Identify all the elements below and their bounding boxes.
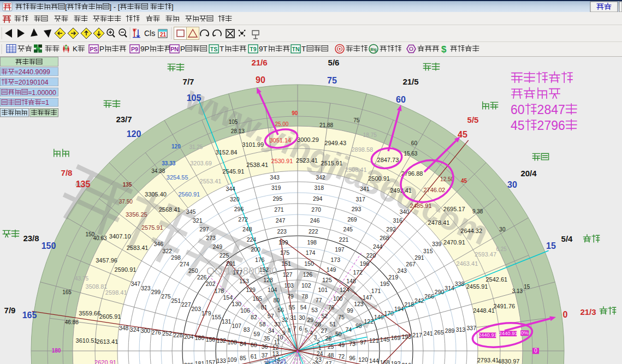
svg-text:295: 295 bbox=[273, 195, 283, 202]
svg-text:60: 60 bbox=[511, 103, 525, 117]
svg-text:3000.29: 3000.29 bbox=[297, 136, 319, 143]
svg-text:9P: 9P bbox=[140, 45, 150, 53]
svg-text:2463.41: 2463.41 bbox=[457, 260, 478, 267]
svg-text:2485.91: 2485.91 bbox=[410, 202, 432, 209]
svg-text:0%: 0% bbox=[521, 330, 529, 336]
svg-text:247: 247 bbox=[276, 217, 286, 224]
svg-text:148: 148 bbox=[346, 278, 356, 284]
svg-text:103: 103 bbox=[284, 282, 294, 289]
svg-text:102: 102 bbox=[301, 282, 311, 289]
svg-text:3203.69: 3203.69 bbox=[190, 160, 212, 166]
svg-text:348: 348 bbox=[119, 325, 129, 331]
svg-text:131: 131 bbox=[222, 318, 232, 325]
svg-text:193: 193 bbox=[402, 333, 412, 340]
svg-text:248: 248 bbox=[242, 226, 252, 232]
svg-text:45: 45 bbox=[511, 118, 525, 133]
svg-text:151: 151 bbox=[281, 260, 291, 267]
svg-text:2491.76: 2491.76 bbox=[493, 303, 515, 309]
svg-text:29: 29 bbox=[307, 317, 313, 323]
svg-text:59: 59 bbox=[253, 331, 260, 337]
svg-text:23/8: 23/8 bbox=[23, 234, 39, 243]
svg-text:251: 251 bbox=[171, 297, 181, 304]
svg-text:171: 171 bbox=[371, 288, 381, 294]
svg-text:3356.25: 3356.25 bbox=[126, 211, 147, 218]
svg-text:15.63: 15.63 bbox=[404, 151, 417, 157]
svg-text:3610.51: 3610.51 bbox=[76, 337, 98, 344]
svg-text:2568.41: 2568.41 bbox=[159, 206, 181, 213]
svg-text:7/9: 7/9 bbox=[4, 306, 16, 315]
svg-text:100: 100 bbox=[333, 295, 343, 302]
svg-text:322: 322 bbox=[162, 248, 172, 254]
svg-text:2796: 2796 bbox=[537, 118, 565, 133]
svg-text:175: 175 bbox=[280, 249, 290, 256]
svg-text:P: P bbox=[180, 45, 185, 53]
svg-text:83: 83 bbox=[244, 326, 250, 333]
svg-text:51: 51 bbox=[329, 321, 336, 327]
svg-text:202: 202 bbox=[206, 281, 216, 287]
svg-text:105: 105 bbox=[253, 295, 263, 302]
svg-text:2847: 2847 bbox=[537, 103, 565, 117]
svg-text:90: 90 bbox=[292, 110, 298, 116]
svg-text:221: 221 bbox=[339, 236, 349, 243]
svg-text:Cls: Cls bbox=[144, 29, 155, 38]
svg-text:130: 130 bbox=[232, 301, 241, 307]
svg-text:21/5: 21/5 bbox=[402, 77, 418, 86]
svg-text:3508.81: 3508.81 bbox=[86, 283, 108, 290]
svg-text:7: 7 bbox=[293, 325, 297, 332]
svg-text:$: $ bbox=[441, 44, 447, 55]
svg-text:97: 97 bbox=[360, 339, 366, 345]
svg-text:106: 106 bbox=[240, 307, 250, 314]
svg-text:124: 124 bbox=[340, 287, 349, 293]
svg-text:3407.10: 3407.10 bbox=[109, 233, 131, 240]
svg-text:292: 292 bbox=[386, 226, 396, 232]
svg-text:35: 35 bbox=[264, 335, 270, 342]
svg-text:78: 78 bbox=[301, 293, 308, 300]
svg-text:18.75: 18.75 bbox=[363, 132, 377, 138]
svg-text:2440.91: 2440.91 bbox=[478, 332, 497, 338]
svg-text:181: 181 bbox=[195, 360, 205, 364]
svg-text:170: 170 bbox=[384, 310, 394, 317]
svg-text:197: 197 bbox=[335, 246, 345, 253]
svg-text:169: 169 bbox=[391, 335, 401, 341]
svg-text:P: P bbox=[99, 45, 104, 53]
svg-text:266: 266 bbox=[424, 293, 434, 300]
svg-text:99: 99 bbox=[347, 307, 353, 314]
svg-text:340: 340 bbox=[400, 208, 410, 215]
svg-text:2575.91: 2575.91 bbox=[141, 224, 163, 231]
svg-text:36: 36 bbox=[262, 343, 268, 350]
svg-text:3.13: 3.13 bbox=[512, 288, 523, 294]
svg-text:123: 123 bbox=[354, 301, 364, 307]
svg-text:316: 316 bbox=[393, 217, 402, 224]
svg-text:2620.91: 2620.91 bbox=[94, 359, 116, 364]
svg-text:30: 30 bbox=[299, 314, 305, 321]
svg-text:222: 222 bbox=[309, 228, 318, 235]
svg-text:243: 243 bbox=[397, 267, 407, 274]
svg-text:] - [: ] - [ bbox=[110, 3, 120, 11]
svg-text:133: 133 bbox=[216, 357, 226, 364]
svg-text:3457.96: 3457.96 bbox=[96, 257, 117, 264]
svg-text:34.38: 34.38 bbox=[151, 168, 165, 174]
svg-text:]: ] bbox=[171, 3, 174, 11]
svg-text:2508.41: 2508.41 bbox=[345, 166, 367, 173]
svg-text:341: 341 bbox=[360, 186, 370, 192]
svg-text:107: 107 bbox=[232, 323, 241, 329]
svg-text:339: 339 bbox=[432, 241, 442, 247]
svg-text:204: 204 bbox=[184, 333, 194, 340]
svg-text:120: 120 bbox=[358, 356, 368, 363]
svg-text:245: 245 bbox=[343, 226, 353, 232]
svg-text:37.50: 37.50 bbox=[119, 199, 133, 205]
svg-text:347: 347 bbox=[131, 281, 141, 287]
svg-text:4830.97: 4830.97 bbox=[498, 358, 520, 364]
svg-text:25: 25 bbox=[328, 343, 334, 350]
svg-text:75: 75 bbox=[338, 314, 345, 320]
svg-text:27: 27 bbox=[321, 327, 328, 334]
svg-text:3: 3 bbox=[314, 334, 317, 341]
svg-text:3051.14: 3051.14 bbox=[269, 137, 291, 144]
svg-text:50: 50 bbox=[335, 331, 342, 337]
svg-text:2448.41: 2448.41 bbox=[473, 307, 495, 314]
svg-text:37: 37 bbox=[262, 352, 268, 359]
svg-text:21/6: 21/6 bbox=[251, 58, 267, 67]
svg-text:120: 120 bbox=[127, 129, 141, 139]
svg-text:128: 128 bbox=[263, 277, 273, 283]
svg-text:273: 273 bbox=[206, 235, 216, 241]
